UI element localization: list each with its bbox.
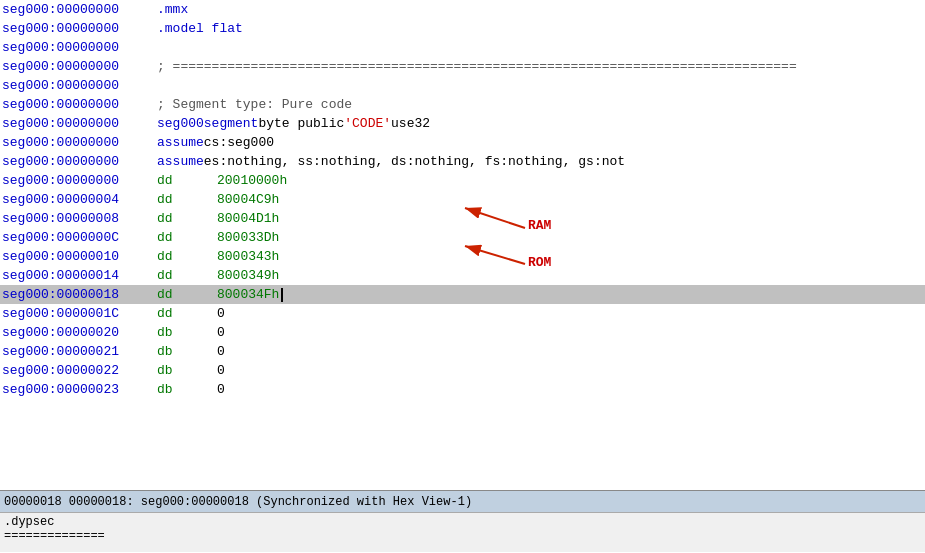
ram-label: RAM (528, 218, 551, 233)
table-row: seg000:0000001C dd 0 (0, 304, 925, 323)
table-row: seg000:00000000; Segment type: Pure code (0, 95, 925, 114)
address-cell: seg000:00000010 (2, 249, 157, 264)
table-row: seg000:0000000C dd 800033Dh (0, 228, 925, 247)
code-token: es:nothing, ss:nothing, ds:nothing, fs:n… (204, 154, 625, 169)
table-row: seg000:00000018 dd 800034Fh (0, 285, 925, 304)
table-row: seg000:00000023 db 0 (0, 380, 925, 399)
code-token: db (157, 382, 217, 397)
code-token: seg000 (157, 116, 204, 131)
table-row: seg000:00000000seg000 segment byte publi… (0, 114, 925, 133)
address-cell: seg000:00000000 (2, 97, 157, 112)
code-token: 0 (217, 344, 225, 359)
code-token: dd (157, 287, 217, 302)
address-cell: seg000:00000000 (2, 135, 157, 150)
code-token: 8000349h (217, 268, 279, 283)
code-token: byte public (258, 116, 344, 131)
address-cell: seg000:00000014 (2, 268, 157, 283)
address-cell: seg000:00000021 (2, 344, 157, 359)
code-token: 80004C9h (217, 192, 279, 207)
table-row: seg000:00000000; =======================… (0, 57, 925, 76)
table-row: seg000:00000004 dd 80004C9h (0, 190, 925, 209)
code-token: 800034Fh (217, 287, 279, 302)
address-cell: seg000:0000000C (2, 230, 157, 245)
text-cursor (281, 288, 283, 302)
code-token: 80004D1h (217, 211, 279, 226)
address-cell: seg000:00000000 (2, 154, 157, 169)
code-token: ; Segment type: Pure code (157, 97, 352, 112)
table-row: seg000:00000021 db 0 (0, 342, 925, 361)
code-token: dd (157, 173, 217, 188)
address-cell: seg000:00000000 (2, 2, 157, 17)
bottom-panel: .dypsec ============== (0, 512, 925, 552)
table-row: seg000:00000022 db 0 (0, 361, 925, 380)
address-cell: seg000:00000000 (2, 116, 157, 131)
code-token: ; ======================================… (157, 59, 797, 74)
code-token: assume (157, 154, 204, 169)
code-view[interactable]: seg000:00000000.mmxseg000:00000000.model… (0, 0, 925, 490)
table-row: seg000:00000000 assume es:nothing, ss:no… (0, 152, 925, 171)
table-row: seg000:00000008 dd 80004D1h (0, 209, 925, 228)
code-token: dd (157, 211, 217, 226)
code-token: db (157, 344, 217, 359)
address-cell: seg000:00000004 (2, 192, 157, 207)
table-row: seg000:00000000 assume cs:seg000 (0, 133, 925, 152)
code-token: dd (157, 192, 217, 207)
table-row: seg000:00000020 db 0 (0, 323, 925, 342)
address-cell: seg000:00000022 (2, 363, 157, 378)
status-bar: 00000018 00000018: seg000:00000018 (Sync… (0, 490, 925, 512)
table-row: seg000:00000000 (0, 38, 925, 57)
code-token: dd (157, 249, 217, 264)
status-text: 00000018 00000018: seg000:00000018 (Sync… (4, 495, 472, 509)
code-token: use32 (391, 116, 430, 131)
table-row: seg000:00000000 (0, 76, 925, 95)
code-token: .model flat (157, 21, 243, 36)
code-token: 0 (217, 382, 225, 397)
code-token: 20010000h (217, 173, 287, 188)
address-cell: seg000:00000018 (2, 287, 157, 302)
code-token: 'CODE' (344, 116, 391, 131)
table-row: seg000:00000000.model flat (0, 19, 925, 38)
code-token: .mmx (157, 2, 188, 17)
table-row: seg000:00000000.mmx (0, 0, 925, 19)
address-cell: seg000:00000000 (2, 21, 157, 36)
code-token: 0 (217, 306, 225, 321)
code-token: db (157, 363, 217, 378)
address-cell: seg000:00000008 (2, 211, 157, 226)
code-token: cs:seg000 (204, 135, 274, 150)
address-cell: seg000:00000023 (2, 382, 157, 397)
code-token: assume (157, 135, 204, 150)
address-cell: seg000:00000020 (2, 325, 157, 340)
code-token: 8000343h (217, 249, 279, 264)
table-row: seg000:00000010 dd 8000343h (0, 247, 925, 266)
code-token: 0 (217, 363, 225, 378)
bottom-line2: ============== (4, 529, 921, 543)
bottom-line1: .dypsec (4, 515, 921, 529)
code-token: db (157, 325, 217, 340)
address-cell: seg000:00000000 (2, 59, 157, 74)
code-token: 800033Dh (217, 230, 279, 245)
code-token: dd (157, 230, 217, 245)
address-cell: seg000:00000000 (2, 78, 157, 93)
table-row: seg000:00000014 dd 8000349h (0, 266, 925, 285)
code-token: segment (204, 116, 259, 131)
code-token: dd (157, 306, 217, 321)
code-lines: seg000:00000000.mmxseg000:00000000.model… (0, 0, 925, 399)
code-token: dd (157, 268, 217, 283)
table-row: seg000:00000000 dd 20010000h (0, 171, 925, 190)
address-cell: seg000:00000000 (2, 173, 157, 188)
address-cell: seg000:00000000 (2, 40, 157, 55)
rom-label: ROM (528, 255, 551, 270)
code-token: 0 (217, 325, 225, 340)
address-cell: seg000:0000001C (2, 306, 157, 321)
